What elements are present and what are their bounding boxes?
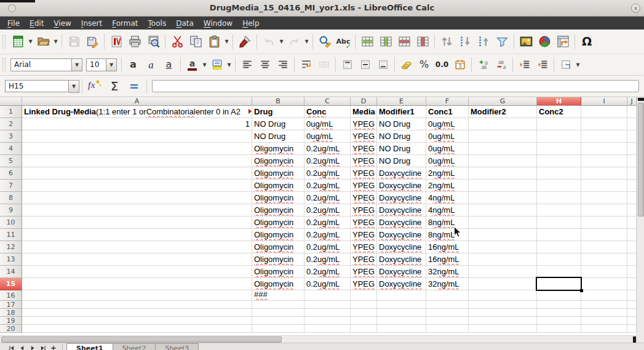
cell-E5[interactable]: NO Drug <box>377 155 426 167</box>
percent-button[interactable]: % <box>415 57 433 73</box>
menu-window[interactable]: Window <box>199 17 237 30</box>
row-header-16[interactable]: 16 <box>0 290 22 301</box>
cell-B2[interactable]: NO Drug <box>252 118 304 130</box>
row-header-5[interactable]: 5 <box>0 155 22 167</box>
cell-B19[interactable] <box>252 317 304 325</box>
cell-H3[interactable] <box>537 130 581 143</box>
column-header-E[interactable]: E <box>377 97 426 106</box>
cell-J13[interactable] <box>627 253 637 266</box>
sort-descending-button[interactable] <box>474 33 493 51</box>
cell-B6[interactable]: Oligomycin <box>252 167 304 180</box>
wrap-text-button[interactable] <box>297 57 315 73</box>
horizontal-scrollbar-thumb[interactable] <box>1 336 282 343</box>
cell-F15[interactable]: 32ng/mL <box>426 278 469 290</box>
cell-F1[interactable]: Conc1 <box>426 106 469 118</box>
cell-C6[interactable]: 0.2ug/mL <box>304 167 351 180</box>
row-header-4[interactable]: 4 <box>0 143 22 155</box>
name-box-value[interactable]: H15 <box>5 80 69 92</box>
cell-H20[interactable] <box>537 325 581 333</box>
cell-G12[interactable] <box>469 241 537 253</box>
sheet-nav-add-icon[interactable] <box>48 344 58 350</box>
horizontal-split-handle[interactable] <box>633 336 636 343</box>
insert-row-button[interactable] <box>358 33 376 51</box>
cell-I4[interactable] <box>581 143 627 155</box>
cell-A2[interactable]: 1 <box>22 118 252 130</box>
new-dropdown-icon[interactable]: ▼ <box>27 33 34 51</box>
cell-H14[interactable] <box>537 266 581 278</box>
special-character-button[interactable]: Ω <box>578 33 596 51</box>
cell-C15[interactable]: 0.2ug/mL <box>304 278 351 290</box>
cell-C9[interactable]: 0.2ug/mL <box>304 204 351 217</box>
cell-B13[interactable]: Oligomycin <box>252 253 304 266</box>
name-box-dropdown-icon[interactable]: ▼ <box>69 80 79 93</box>
sort-ascending-button[interactable] <box>456 33 474 51</box>
cell-J4[interactable] <box>627 143 637 155</box>
vertical-scrollbar[interactable] <box>637 97 644 343</box>
cell-F2[interactable]: 0ug/mL <box>426 118 469 130</box>
cell-C17[interactable] <box>304 301 351 309</box>
cell-B1[interactable]: Drug <box>252 106 304 118</box>
font-name-select[interactable]: Arial▼ <box>10 58 82 71</box>
cell-D15[interactable]: YPEG <box>351 278 377 290</box>
cell-C3[interactable]: 0ug/mL <box>304 130 351 143</box>
cell-A8[interactable] <box>22 192 252 204</box>
function-wizard-button[interactable]: fx <box>85 78 105 94</box>
tab-sheet3[interactable]: Sheet3 <box>156 343 199 350</box>
cell-J8[interactable] <box>627 192 637 204</box>
column-header-J[interactable]: J <box>627 97 637 106</box>
sum-button[interactable]: Σ <box>105 78 124 94</box>
cell-E20[interactable] <box>377 325 426 333</box>
cell-F18[interactable] <box>426 309 469 317</box>
cell-I9[interactable] <box>581 204 627 217</box>
cell-F11[interactable]: 8ng/mL <box>426 229 469 241</box>
cell-F8[interactable]: 4ng/mL <box>426 192 469 204</box>
cell-A16[interactable] <box>22 290 252 301</box>
open-dropdown-icon[interactable]: ▼ <box>52 33 59 51</box>
cell-G5[interactable] <box>469 155 537 167</box>
cell-C4[interactable]: 0.2ug/mL <box>304 143 351 155</box>
column-header-G[interactable]: G <box>469 97 537 106</box>
column-header-C[interactable]: C <box>304 97 351 106</box>
cell-D17[interactable] <box>351 301 377 309</box>
cell-G20[interactable] <box>469 325 537 333</box>
cell-E16[interactable] <box>377 290 426 301</box>
cell-J14[interactable] <box>627 266 637 278</box>
cell-H13[interactable] <box>537 253 581 266</box>
cell-G9[interactable] <box>469 204 537 217</box>
cell-G13[interactable] <box>469 253 537 266</box>
cell-C19[interactable] <box>304 317 351 325</box>
cell-B17[interactable] <box>252 301 304 309</box>
cell-G16[interactable] <box>469 290 537 301</box>
cell-F14[interactable]: 32ng/mL <box>426 266 469 278</box>
sheet-nav-prev-icon[interactable] <box>17 344 27 350</box>
cell-G8[interactable] <box>469 192 537 204</box>
cell-C16[interactable] <box>304 290 351 301</box>
font-color-dropdown-icon[interactable]: ▼ <box>201 55 208 74</box>
cell-D6[interactable]: YPEG <box>351 167 377 180</box>
cell-E17[interactable] <box>377 301 426 309</box>
row-header-1[interactable]: 1 <box>0 106 22 118</box>
cell-H15[interactable] <box>537 278 581 290</box>
cell-A19[interactable] <box>22 317 252 325</box>
cell-G7[interactable] <box>469 180 537 192</box>
horizontal-scrollbar[interactable] <box>0 335 637 343</box>
window-shade-icon[interactable]: ∨ <box>631 4 640 13</box>
cell-C10[interactable]: 0.2ug/mL <box>304 217 351 229</box>
cell-C20[interactable] <box>304 325 351 333</box>
cell-J12[interactable] <box>627 241 637 253</box>
cell-I2[interactable] <box>581 118 627 130</box>
cell-J9[interactable] <box>627 204 637 217</box>
sort-button[interactable] <box>437 33 456 51</box>
cell-B20[interactable] <box>252 325 304 333</box>
cell-F3[interactable]: 0ug/mL <box>426 130 469 143</box>
font-name-value[interactable]: Arial <box>10 58 72 71</box>
menu-tools[interactable]: Tools <box>143 17 172 30</box>
cell-H8[interactable] <box>537 192 581 204</box>
cell-E10[interactable]: Doxycycline <box>377 217 426 229</box>
cell-F13[interactable]: 16ng/mL <box>426 253 469 266</box>
font-size-value[interactable]: 10 <box>86 58 106 71</box>
cell-D13[interactable]: YPEG <box>351 253 377 266</box>
cell-F5[interactable]: 0ug/mL <box>426 155 469 167</box>
delete-row-button[interactable] <box>395 33 413 51</box>
insert-chart-button[interactable] <box>535 33 554 51</box>
